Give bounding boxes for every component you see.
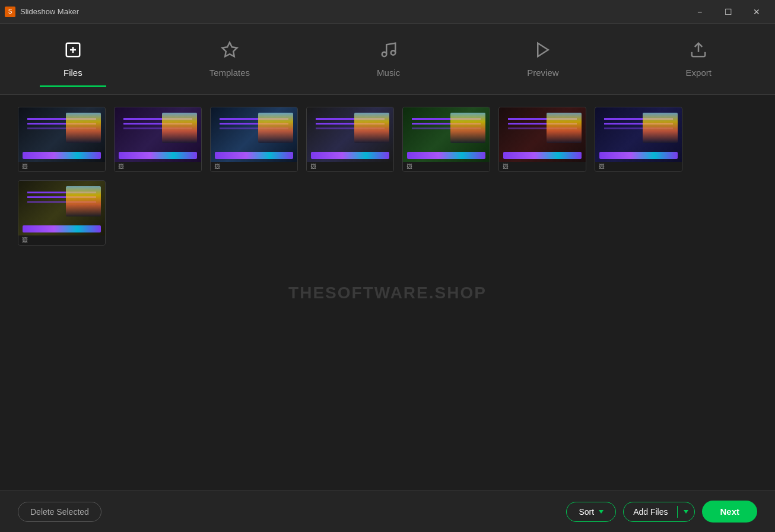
delete-selected-button[interactable]: Delete Selected	[18, 502, 101, 522]
nav-item-music[interactable]: Music	[353, 36, 424, 82]
bottom-right: Sort Add Files Next	[566, 501, 757, 523]
thumbnail-item[interactable]: 🖼	[114, 107, 202, 172]
thumb-preview	[18, 107, 105, 162]
image-icon: 🖼	[21, 236, 29, 244]
templates-icon	[221, 41, 239, 63]
thumb-preview	[595, 107, 682, 162]
image-icon: 🖼	[213, 163, 221, 171]
nav-item-preview[interactable]: Preview	[503, 36, 582, 82]
image-icon: 🖼	[501, 163, 510, 171]
app-icon: S	[5, 7, 15, 17]
thumbnail-item[interactable]: 🖼	[595, 107, 682, 172]
thumbnail-item[interactable]: 🖼	[210, 107, 298, 172]
main-content: THESOFTWARE.SHOP 🖼 🖼	[0, 95, 775, 490]
title-bar-left: S Slideshow Maker	[5, 7, 79, 17]
thumbnail-item[interactable]: 🖼	[306, 107, 394, 172]
thumb-footer: 🖼	[115, 162, 201, 171]
title-bar-controls: − ☐ ✕	[686, 2, 770, 21]
image-icon: 🖼	[405, 163, 414, 171]
templates-label: Templates	[209, 68, 250, 78]
preview-icon	[534, 41, 552, 63]
export-icon	[690, 41, 707, 63]
app-title: Slideshow Maker	[20, 7, 79, 16]
add-files-group: Add Files	[623, 502, 695, 522]
thumbnail-item[interactable]: 🖼	[18, 107, 106, 172]
svg-marker-6	[538, 43, 548, 56]
thumb-preview	[307, 107, 393, 162]
thumb-footer: 🖼	[211, 162, 297, 171]
next-button[interactable]: Next	[702, 501, 757, 523]
preview-label: Preview	[527, 68, 558, 78]
sort-chevron-icon	[599, 510, 604, 514]
thumb-footer: 🖼	[18, 235, 105, 245]
thumb-footer: 🖼	[595, 162, 682, 171]
close-button[interactable]: ✕	[743, 2, 770, 21]
maximize-button[interactable]: ☐	[714, 2, 742, 21]
thumb-footer: 🖼	[18, 162, 105, 171]
watermark: THESOFTWARE.SHOP	[288, 283, 487, 302]
files-icon	[64, 41, 82, 63]
add-files-chevron-icon	[684, 510, 688, 514]
thumb-preview	[211, 107, 297, 162]
thumbnails-grid: 🖼 🖼 🖼	[18, 107, 757, 246]
image-icon: 🖼	[309, 163, 317, 171]
nav-item-files[interactable]: Files	[40, 36, 106, 82]
music-label: Music	[377, 68, 400, 78]
thumb-preview	[18, 181, 105, 235]
minimize-button[interactable]: −	[686, 2, 713, 21]
thumbnail-item[interactable]: 🖼	[18, 180, 106, 246]
thumb-footer: 🖼	[403, 162, 490, 171]
svg-point-4	[382, 52, 386, 56]
nav-item-export[interactable]: Export	[662, 36, 735, 82]
files-label: Files	[63, 68, 82, 78]
add-files-button[interactable]: Add Files	[624, 502, 677, 521]
bottom-toolbar: Delete Selected Sort Add Files Next	[0, 490, 775, 532]
svg-marker-3	[222, 42, 237, 56]
image-icon: 🖼	[21, 163, 29, 171]
sort-button[interactable]: Sort	[566, 502, 616, 522]
thumb-preview	[115, 107, 201, 162]
thumb-preview	[499, 107, 586, 162]
thumb-footer: 🖼	[499, 162, 586, 171]
thumb-footer: 🖼	[307, 162, 393, 171]
thumbnail-item[interactable]: 🖼	[498, 107, 586, 172]
image-icon: 🖼	[117, 163, 125, 171]
music-icon	[380, 41, 398, 63]
add-files-dropdown-button[interactable]	[678, 503, 694, 521]
thumb-preview	[403, 107, 490, 162]
nav-item-templates[interactable]: Templates	[186, 36, 274, 82]
nav-bar: Files Templates Music Preview	[0, 24, 775, 95]
svg-point-5	[390, 50, 395, 55]
thumbnail-item[interactable]: 🖼	[402, 107, 490, 172]
image-icon: 🖼	[598, 163, 606, 171]
export-label: Export	[686, 68, 712, 78]
title-bar: S Slideshow Maker − ☐ ✕	[0, 0, 775, 24]
